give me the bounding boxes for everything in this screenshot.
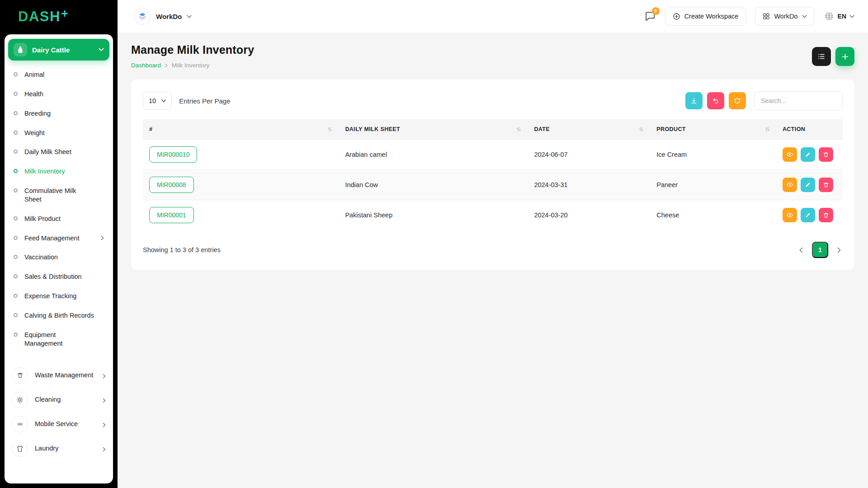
sidebar-item-milk-product[interactable]: Milk Product — [9, 209, 108, 229]
entries-per-page-select[interactable]: 10 — [143, 92, 172, 110]
cell-actions — [776, 140, 843, 170]
sidebar-item-equipment-management[interactable]: Equipment Management — [9, 325, 108, 353]
sort-icon — [516, 127, 521, 132]
messages-button[interactable]: 0 — [644, 10, 656, 22]
create-workspace-label: Create Workspace — [684, 13, 739, 20]
sidebar-menu-secondary: Waste Management Cleaning — [8, 359, 109, 461]
sidebar-item-laundry[interactable]: Laundry — [9, 436, 108, 461]
sidebar-item-daily-milk-sheet[interactable]: Daily Milk Sheet — [9, 142, 108, 162]
edit-button[interactable] — [801, 208, 815, 222]
record-id-badge[interactable]: MIR00008 — [149, 177, 194, 193]
messages-badge: 0 — [652, 7, 660, 15]
export-button[interactable] — [685, 92, 703, 109]
sidebar-item-label: Commulative Milk Sheet — [24, 187, 81, 204]
eye-icon — [786, 151, 793, 158]
table-header-row: # DAILY MILK SHEET DATE PRODUCT ACTION — [143, 119, 843, 140]
bullet-icon — [14, 313, 18, 317]
column-header-date[interactable]: DATE — [528, 119, 650, 140]
refresh-button[interactable] — [729, 92, 746, 109]
trash-icon — [12, 367, 28, 384]
entries-per-page-label: Entries Per Page — [179, 97, 230, 105]
cell-id: MIR00001 — [143, 200, 339, 230]
sidebar-item-label: Breeding — [24, 109, 51, 118]
card-toolbar: 10 Entries Per Page — [143, 91, 843, 110]
cell-product: Cheese — [650, 200, 776, 230]
sidebar-item-cleaning[interactable]: Cleaning — [9, 388, 108, 412]
eye-icon — [786, 181, 793, 188]
topbar-actions: 0 Create Workspace WorkDo EN — [644, 7, 854, 26]
bullet-icon — [14, 169, 18, 173]
sidebar-item-milk-inventory[interactable]: Milk Inventory — [9, 162, 108, 181]
sidebar-section-dairy-cattle[interactable]: Dairy Cattle — [8, 39, 109, 61]
search-input[interactable] — [754, 91, 843, 110]
view-button[interactable] — [783, 178, 797, 192]
bullet-icon — [14, 188, 18, 192]
sidebar-item-label: Equipment Management — [24, 331, 81, 348]
breadcrumb-dashboard-link[interactable]: Dashboard — [131, 62, 161, 69]
edit-button[interactable] — [801, 178, 815, 192]
sort-icon — [327, 127, 332, 132]
shirt-icon — [12, 441, 28, 457]
sidebar-item-label: Daily Milk Sheet — [24, 148, 71, 156]
chevron-right-icon — [837, 247, 841, 253]
sidebar-item-label: Mobile Service — [35, 420, 78, 428]
language-code: EN — [838, 13, 846, 20]
sidebar-item-breeding[interactable]: Breeding — [9, 104, 108, 123]
page-number-button[interactable]: 1 — [812, 242, 828, 258]
column-header-daily-milk-sheet[interactable]: DAILY MILK SHEET — [339, 119, 528, 140]
workdo-menu-button[interactable]: WorkDo — [755, 7, 814, 26]
language-selector[interactable]: EN — [824, 11, 854, 22]
delete-button[interactable] — [819, 147, 833, 162]
sidebar-item-mobile-service[interactable]: Mobile Service — [9, 412, 108, 436]
record-id-badge[interactable]: MIR000010 — [149, 146, 197, 163]
delete-button[interactable] — [819, 208, 833, 222]
card-footer: Showing 1 to 3 of 3 entries 1 — [143, 242, 843, 258]
logo[interactable]: DASH — [0, 0, 118, 33]
cell-actions — [776, 200, 843, 230]
sidebar-item-calving-birth-records[interactable]: Calving & Birth Records — [9, 306, 108, 325]
sidebar-item-weight[interactable]: Weight — [9, 123, 108, 143]
sidebar-item-expense-tracking[interactable]: Expense Tracking — [9, 286, 108, 306]
sidebar-item-vaccination[interactable]: Vaccination — [9, 248, 108, 267]
sidebar-item-sales-distribution[interactable]: Sales & Distribution — [9, 267, 108, 286]
column-header-id[interactable]: # — [143, 119, 339, 140]
column-header-label: # — [149, 126, 152, 132]
column-header-label: ACTION — [783, 126, 805, 132]
undo-icon — [712, 97, 719, 104]
view-button[interactable] — [783, 147, 797, 162]
download-icon — [690, 97, 698, 104]
delete-button[interactable] — [819, 178, 833, 192]
record-id-badge[interactable]: MIR00001 — [149, 207, 194, 223]
refresh-icon — [734, 97, 741, 104]
sidebar-item-label: Animal — [24, 70, 44, 79]
column-header-label: DAILY MILK SHEET — [345, 126, 400, 132]
workdo-menu-label: WorkDo — [774, 13, 797, 20]
workspace-selector[interactable]: WorkDo — [134, 8, 192, 25]
log-history-button[interactable] — [812, 47, 831, 66]
app-root: DASH Dairy Cattle Animal H — [0, 0, 868, 488]
chevron-down-icon — [849, 15, 854, 18]
cell-daily-milk-sheet: Arabian camel — [339, 140, 528, 170]
column-header-product[interactable]: PRODUCT — [650, 119, 776, 140]
sidebar-panel: Dairy Cattle Animal Health Breeding — [5, 34, 113, 483]
bullet-icon — [14, 150, 18, 154]
add-record-button[interactable] — [835, 47, 854, 66]
chevron-down-icon — [802, 15, 807, 18]
sidebar-item-commulative-milk-sheet[interactable]: Commulative Milk Sheet — [9, 181, 108, 209]
workspace-avatar — [134, 8, 151, 25]
previous-page-button[interactable] — [797, 245, 805, 255]
sidebar-item-waste-management[interactable]: Waste Management — [9, 363, 108, 388]
list-icon — [817, 52, 826, 61]
sidebar-item-label: Calving & Birth Records — [24, 311, 94, 320]
edit-button[interactable] — [801, 147, 815, 162]
sidebar-item-animal[interactable]: Animal — [9, 65, 108, 84]
sidebar-item-feed-management[interactable]: Feed Management — [9, 229, 108, 248]
view-button[interactable] — [783, 208, 797, 222]
sidebar-item-label: Weight — [24, 129, 45, 137]
create-workspace-button[interactable]: Create Workspace — [665, 7, 746, 26]
next-page-button[interactable] — [835, 245, 843, 255]
chevron-right-icon — [103, 421, 106, 427]
sidebar-item-health[interactable]: Health — [9, 84, 108, 104]
reset-button[interactable] — [707, 92, 724, 109]
column-header-label: DATE — [534, 126, 550, 132]
